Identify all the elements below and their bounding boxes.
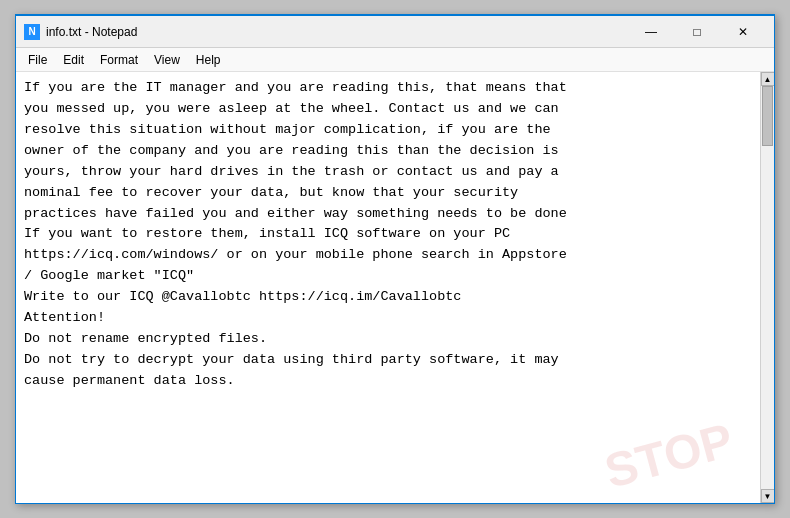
minimize-button[interactable]: — xyxy=(628,16,674,48)
scroll-up-arrow[interactable]: ▲ xyxy=(761,72,775,86)
window-title: info.txt - Notepad xyxy=(46,25,628,39)
menu-bar: File Edit Format View Help xyxy=(16,48,774,72)
menu-format[interactable]: Format xyxy=(92,51,146,69)
window-controls: — □ ✕ xyxy=(628,16,766,48)
scroll-down-arrow[interactable]: ▼ xyxy=(761,489,775,503)
title-bar: N info.txt - Notepad — □ ✕ xyxy=(16,16,774,48)
content-area: If you are the IT manager and you are re… xyxy=(16,72,774,503)
menu-edit[interactable]: Edit xyxy=(55,51,92,69)
scroll-thumb[interactable] xyxy=(762,86,773,146)
app-icon: N xyxy=(24,24,40,40)
vertical-scrollbar[interactable]: ▲ ▼ xyxy=(760,72,774,503)
notepad-window: N info.txt - Notepad — □ ✕ File Edit For… xyxy=(15,14,775,504)
scroll-track[interactable] xyxy=(761,86,774,489)
maximize-button[interactable]: □ xyxy=(674,16,720,48)
app-icon-letter: N xyxy=(28,26,35,37)
menu-view[interactable]: View xyxy=(146,51,188,69)
close-button[interactable]: ✕ xyxy=(720,16,766,48)
text-editor[interactable]: If you are the IT manager and you are re… xyxy=(16,72,760,503)
menu-file[interactable]: File xyxy=(20,51,55,69)
menu-help[interactable]: Help xyxy=(188,51,229,69)
